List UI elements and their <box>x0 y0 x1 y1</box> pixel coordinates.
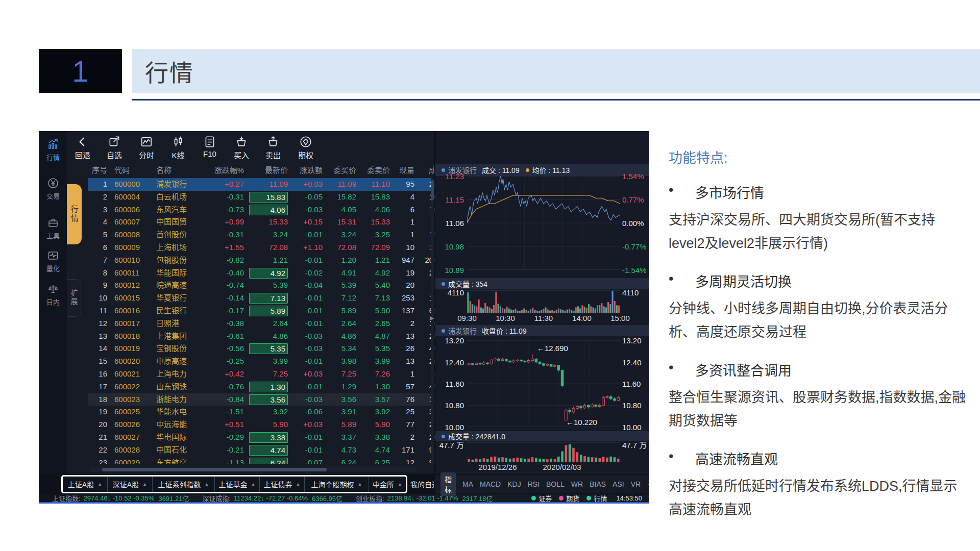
indicator-WR[interactable]: WR <box>571 480 583 488</box>
indicator-BOLL[interactable]: BOLL <box>546 480 565 488</box>
market-tab-上证系列指数[interactable]: 上证系列指数▲ <box>153 477 215 492</box>
index-amount: 6366.95亿 <box>312 493 342 503</box>
y-axis-label: 11.60 <box>622 380 649 388</box>
sidebar-item-label: 量化 <box>39 263 67 273</box>
sidebar-item-label: 行情 <box>39 152 67 162</box>
sidebar-item-工具[interactable]: 工具 <box>39 217 67 240</box>
sidebar-item-日内[interactable]: 日内 <box>39 283 67 307</box>
table-row[interactable]: 7600010包钢股份-0.821.21-0.011.201.21947208.… <box>88 254 434 267</box>
app-toolbar: 回退自选分时K线F10买入卖出期权 <box>69 131 427 163</box>
toolbar-button-期权[interactable]: 期权 <box>291 135 320 160</box>
toolbar-button-label: K线 <box>164 149 192 160</box>
market-tab-my-stocks[interactable]: 我的自选 <box>410 477 434 492</box>
sidebar-item-行情[interactable]: 行情 <box>39 138 67 162</box>
market-tab-深证A股[interactable]: 深证A股▲ <box>108 477 153 492</box>
horizontal-scrollbar-thumb[interactable] <box>102 468 327 471</box>
sidebar-item-交易[interactable]: 交易 <box>39 177 67 201</box>
side-tab-extend[interactable]: 扩展 <box>67 279 81 317</box>
table-row[interactable]: 15600020中原高速-0.253.99-0.013.983.991320.9 <box>88 355 434 368</box>
toolbar-button-label: 买入 <box>227 149 256 160</box>
table-row[interactable]: 2600004白云机场-0.3115.83-0.0515.8215.83410.… <box>88 191 434 204</box>
toolbar-button-卖出[interactable]: 卖出 <box>259 135 287 160</box>
table-row[interactable]: 14600019宝钢股份-0.565.35-0.035.345.352646.9 <box>88 342 434 355</box>
minute-volume-legend: 成交量 : 354 <box>435 278 649 289</box>
index-label: 创业板指: <box>356 493 384 503</box>
blue-dot-icon <box>442 329 445 333</box>
indicator-···[interactable]: ··· <box>647 480 649 488</box>
triangle-up-icon[interactable]: ▲ <box>142 482 147 487</box>
toolbar-button-label: 分时 <box>132 149 161 160</box>
triangle-up-icon[interactable]: ▲ <box>205 482 209 487</box>
market-tab-上证A股[interactable]: 上证A股▲ <box>63 477 108 492</box>
bullet-icon: • <box>669 360 695 380</box>
side-tab-quote[interactable]: 行情 <box>67 184 82 244</box>
indicator-MACD[interactable]: MACD <box>480 480 501 488</box>
triangle-up-icon[interactable]: ▲ <box>296 482 301 487</box>
toolbar-button-K线[interactable]: K线 <box>164 135 192 160</box>
toolbar-button-自选[interactable]: 自选 <box>100 135 129 160</box>
feature-title-text: 多市场行情 <box>695 182 764 202</box>
sidebar-item-量化[interactable]: 量化 <box>39 249 67 273</box>
table-row[interactable]: 3600006东风汽车-0.734.06-0.034.054.06610.6 <box>88 204 434 216</box>
table-row[interactable]: 16600021上海电力+0.427.25+0.037.257.2614.5 <box>88 368 434 381</box>
table-row[interactable]: 4600007中国国贸+0.9915.33+0.1515.3115.3311.6 <box>88 216 434 229</box>
price-box: 5.35 <box>249 343 288 354</box>
market-tab-label: 上证系列指数 <box>158 479 201 489</box>
table-row[interactable]: 13600018上港集团-0.614.86-0.034.864.871328.5 <box>88 330 434 343</box>
index-amount: 3691.21亿 <box>158 493 189 503</box>
indicator-RSI[interactable]: RSI <box>528 480 540 488</box>
triangle-up-icon[interactable]: ▲ <box>398 482 402 487</box>
table-row[interactable]: 11600016民生银行-0.175.89-0.015.895.9013765.… <box>88 305 434 317</box>
table-row[interactable]: 10600015华夏银行-0.147.13-0.017.127.1325313.… <box>88 292 434 305</box>
table-row[interactable]: 19600025华能水电-1.513.92-0.063.913.922532.6 <box>88 406 434 418</box>
toolbar-button-买入[interactable]: 买入 <box>227 135 256 160</box>
table-row[interactable]: 8600011华能国际-0.404.92-0.024.914.921927.1 <box>88 267 434 280</box>
table-row[interactable]: 12600017日照港-0.382.64-0.012.642.65210.5 <box>88 317 434 330</box>
indicator-指标[interactable]: 指标 <box>440 472 456 496</box>
market-tab-label: 深证A股 <box>113 479 139 489</box>
status-dot-label: 证券 <box>538 493 552 503</box>
column-header: 涨跌幅% <box>205 164 244 177</box>
table-row[interactable]: 17600022山东钢铁-0.761.30-0.011.291.305745.3 <box>88 381 434 393</box>
table-row[interactable]: 22600028中国石化-0.214.74-0.014.734.7417191.… <box>88 444 434 457</box>
indicator-ASI[interactable]: ASI <box>612 480 624 488</box>
column-header: 委卖价 <box>356 164 390 177</box>
table-row[interactable]: 1600000浦发银行+0.2711.09+0.0311.0911.109524… <box>88 178 434 191</box>
table-row[interactable]: 9600012皖通高速-0.745.39-0.045.395.40203.3 <box>88 279 434 292</box>
table-row[interactable]: 21600027华电国际-0.293.38-0.013.373.38220.1 <box>88 431 434 444</box>
triangle-up-icon[interactable]: ▲ <box>251 482 256 487</box>
market-tab-上证债券[interactable]: 上证债券▲ <box>260 477 305 492</box>
y-axis-label: -1.54% <box>622 266 649 274</box>
sidebar-item-label: 交易 <box>39 191 67 201</box>
toolbar-button-分时[interactable]: 分时 <box>132 135 161 160</box>
table-row[interactable]: 5600008首创股份-0.313.24-0.013.243.25115.8 <box>88 229 434 241</box>
feature-panel: 功能特点: •多市场行情支持沪深交易所、四大期货交易所(暂不支持level2及l… <box>669 147 971 522</box>
price-box: 6.24 <box>249 458 288 464</box>
horizontal-scrollbar[interactable] <box>90 467 416 472</box>
table-row[interactable]: 18600023浙能电力-0.843.56-0.033.563.577613.4 <box>88 393 434 406</box>
indicator-VR[interactable]: VR <box>631 480 641 488</box>
indicator-BIAS[interactable]: BIAS <box>590 480 606 488</box>
vertical-scrollbar-thumb[interactable] <box>431 180 434 201</box>
expand-panel-arrow-icon[interactable]: ▶ <box>430 315 434 321</box>
y-axis-label: 1.54% <box>622 172 649 181</box>
table-row[interactable]: 20600026中远海能+0.515.90+0.035.895.907722.7 <box>88 418 434 431</box>
candlestick-chart: ←12.690 ←10.220 <box>467 337 620 429</box>
market-tab-上证基金[interactable]: 上证基金▲ <box>215 477 260 492</box>
table-row[interactable]: 6600009上海机场+1.5572.08+1.1072.0872.091011… <box>88 241 434 254</box>
trading-app-window: 行情交易工具量化日内 行情 扩展 回退自选分时K线F10买入卖出期权 序号代码名… <box>39 131 649 504</box>
indicator-KDJ[interactable]: KDJ <box>507 480 521 488</box>
market-tab-label: 上证债券 <box>264 479 292 489</box>
y-axis-label: 10.00 <box>622 422 649 431</box>
market-tab-上海个股期权[interactable]: 上海个股期权▲ <box>305 477 369 492</box>
toolbar-button-回退[interactable]: 回退 <box>68 135 97 160</box>
triangle-up-icon[interactable]: ▲ <box>358 482 362 487</box>
toolbar-button-F10[interactable]: F10 <box>195 135 224 158</box>
triangle-up-icon[interactable]: ▲ <box>97 482 102 487</box>
index-value: 11234.22↓ -72.27 -0.64% <box>234 494 308 502</box>
column-header: 现量 <box>390 164 414 177</box>
indicator-MA[interactable]: MA <box>462 480 473 488</box>
table-row[interactable]: 23600029东方航空-1.136.24-0.076.246.251291.6 <box>88 457 434 464</box>
toolbar-button-label: 自选 <box>100 149 129 160</box>
market-tab-中金所[interactable]: 中金所▲ <box>369 477 406 492</box>
